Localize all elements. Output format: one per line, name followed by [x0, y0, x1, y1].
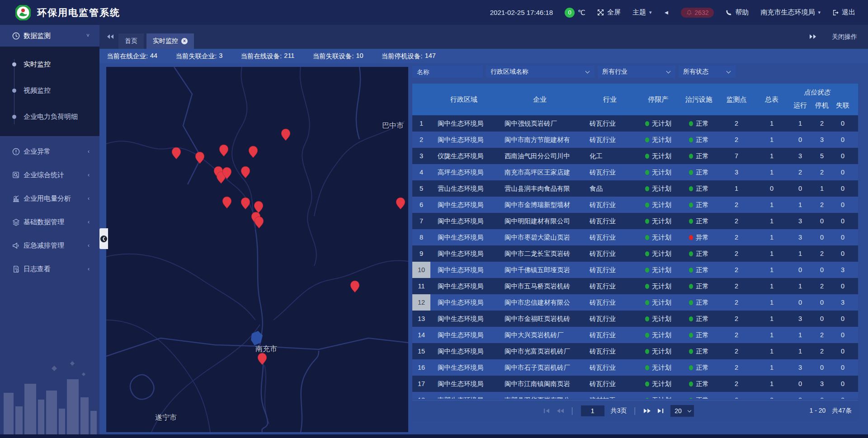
table-row[interactable]: 11 阆中生态环境局 阆中市五马桥页岩机砖 砖瓦行业 无计划 正常 2 1 1 … — [412, 278, 858, 294]
table-row[interactable]: 3 仪陇生态环境局 西南油气田分公司川中 化工 无计划 正常 7 1 3 5 0 — [412, 148, 858, 164]
row-run: 1 — [789, 115, 811, 132]
sidebar-item-electricity-analysis[interactable]: 企业用电量分析 ‹ — [0, 187, 99, 210]
map-pin[interactable] — [241, 166, 250, 179]
table-row[interactable]: 10 阆中生态环境局 阆中千佛镇五郎垭页岩 砖瓦行业 无计划 正常 2 1 0 … — [412, 262, 858, 278]
help-button[interactable]: 帮助 — [726, 8, 749, 17]
map-collapse-button[interactable]: ❮ — [99, 228, 108, 249]
row-run: 0 — [789, 132, 811, 148]
bell-icon — [686, 9, 692, 16]
tab-realtime-monitoring[interactable]: 实时监控 × — [146, 33, 194, 49]
sidebar-item-log-view[interactable]: 日志查看 ‹ — [0, 257, 99, 281]
row-run: 1 — [789, 327, 811, 343]
row-stop-limit: 无计划 — [637, 311, 679, 327]
row-lost: 3 — [833, 262, 853, 278]
table-row[interactable]: 16 阆中生态环境局 阆中市石子页岩机砖厂 砖瓦行业 无计划 正常 2 1 3 … — [412, 359, 858, 376]
close-operations-button[interactable]: 关闭操作 — [832, 33, 857, 41]
sidebar-item-enterprise-statistics[interactable]: 企业综合统计 ‹ — [0, 163, 99, 187]
first-page-button[interactable] — [543, 408, 550, 414]
row-company: 阆中市金博瑞新型墙材 — [497, 197, 582, 213]
row-stop: 2 — [811, 327, 833, 343]
table-row[interactable]: 1 阆中生态环境局 阆中强锐页岩砖厂 砖瓦行业 无计划 正常 2 1 1 2 0 — [412, 115, 858, 132]
tab-home[interactable]: 首页 — [118, 33, 144, 49]
map-pin[interactable] — [257, 353, 267, 365]
sidebar-item-data-monitoring[interactable]: 数据监测 ˅ — [0, 25, 99, 47]
enterprise-panel: 行政区域名称 所有行业 所有状态 行政区域 企业 行业 停限产 治污设施 监测点… — [412, 66, 863, 421]
map-pin[interactable] — [281, 128, 291, 141]
theme-dropdown[interactable]: 主题▾ — [632, 8, 652, 17]
map-pin[interactable] — [241, 197, 250, 210]
table-row[interactable]: 5 营山生态环境局 营山县润丰肉食品有限 食品 无计划 正常 1 0 0 1 0 — [412, 180, 858, 197]
map-pin[interactable] — [222, 196, 232, 209]
prev-page-button[interactable] — [557, 408, 564, 414]
table-row[interactable]: 17 阆中生态环境局 阆中市江南镇阆南页岩 砖瓦行业 无计划 正常 2 1 0 … — [412, 376, 858, 392]
table-row[interactable]: 2 阆中生态环境局 阆中市南方节能建材有 砖瓦行业 无计划 正常 2 1 0 3… — [412, 132, 858, 148]
map-pin[interactable] — [219, 144, 229, 157]
map-pin[interactable] — [248, 146, 258, 158]
org-dropdown[interactable]: 南充市生态环境局▾ — [760, 8, 821, 17]
industry-filter-select[interactable]: 所有行业 — [598, 66, 675, 78]
row-monitor-points: 2 — [719, 245, 754, 262]
map-pin[interactable] — [396, 197, 406, 210]
table-row[interactable]: 13 阆中生态环境局 阆中市金福旺页岩机砖 砖瓦行业 无计划 正常 2 1 3 … — [412, 311, 858, 327]
sidebar-item-enterprise-abnormal[interactable]: 企业异常 ‹ — [0, 140, 99, 163]
name-filter-input[interactable] — [412, 66, 483, 78]
map-pin[interactable] — [254, 216, 264, 229]
fullscreen-button[interactable]: 全屏 — [597, 8, 621, 17]
sidebar-item-power-load-detail[interactable]: 企业电力负荷明细 — [0, 104, 99, 130]
status-filter-select[interactable]: 所有状态 — [679, 66, 736, 78]
table-row[interactable]: 8 阆中生态环境局 阆中市枣碧大梁山页岩 砖瓦行业 无计划 异常 2 1 3 0… — [412, 229, 858, 245]
sidebar-item-base-data[interactable]: 基础数据管理 ‹ — [0, 210, 99, 234]
table-row[interactable]: 4 高坪生态环境局 南充市高坪区王家店建 砖瓦行业 无计划 正常 3 1 2 2… — [412, 164, 858, 180]
row-company: 阆中市二龙长宝页岩砖 — [497, 245, 582, 262]
mute-speaker-icon[interactable]: ◄ — [663, 9, 669, 16]
map-pin[interactable] — [350, 280, 360, 293]
last-page-button[interactable] — [657, 408, 664, 414]
row-run: 1 — [789, 197, 811, 213]
col-stop-limit: 停限产 — [637, 84, 679, 115]
col-company: 企业 — [497, 84, 582, 115]
row-monitor-points: 2 — [719, 132, 754, 148]
status-dot — [689, 137, 693, 142]
sidebar-item-realtime-monitoring[interactable]: 实时监控 — [0, 51, 99, 77]
map-pin[interactable] — [222, 167, 232, 179]
row-stop-limit: 无计划 — [637, 262, 679, 278]
row-total-meter: 1 — [754, 132, 789, 148]
notification-badge[interactable]: 2632 — [681, 8, 714, 18]
table-row[interactable]: 6 阆中生态环境局 阆中市金博瑞新型墙材 砖瓦行业 无计划 正常 2 1 1 2… — [412, 197, 858, 213]
row-lost: 0 — [833, 327, 853, 343]
map-pin[interactable] — [171, 147, 181, 160]
table-row[interactable]: 12 阆中生态环境局 阆中市忠信建材有限公 砖瓦行业 无计划 正常 2 1 0 … — [412, 294, 858, 311]
table-row[interactable]: 14 阆中生态环境局 阆中大兴页岩机砖厂 砖瓦行业 无计划 正常 2 1 1 2… — [412, 327, 858, 343]
row-monitor-points: 2 — [719, 343, 754, 359]
tabs-scroll-left-button[interactable] — [107, 33, 114, 41]
sidebar-item-emergency-reduction[interactable]: 应急减排管理 ‹ — [0, 234, 99, 257]
tabs-scroll-right-button[interactable] — [809, 33, 816, 41]
row-industry: 化工 — [582, 148, 637, 164]
status-dot — [645, 219, 649, 224]
page-number-input[interactable] — [581, 405, 604, 416]
fullscreen-icon — [597, 9, 604, 16]
table-row[interactable]: 18 南部生态环境局 南部县双华页岩有限公 建材加工 无计划 正常 6 0 0 … — [412, 392, 858, 399]
next-page-button[interactable] — [643, 408, 651, 414]
map-panel[interactable]: 巴中市南充市遂宁市 — [106, 67, 408, 432]
chevron-down-icon: ˅ — [86, 33, 90, 39]
page-size-select[interactable]: 20 — [670, 405, 694, 417]
row-industry: 砖瓦行业 — [582, 213, 637, 229]
row-stop-limit: 无计划 — [637, 294, 679, 311]
close-icon[interactable]: × — [181, 38, 188, 44]
row-monitor-points: 2 — [719, 294, 754, 311]
row-stop: 0 — [811, 262, 833, 278]
sidebar-item-video-monitoring[interactable]: 视频监控 — [0, 77, 99, 104]
map-city-label: 遂宁市 — [155, 413, 177, 423]
map-pin[interactable] — [195, 151, 205, 164]
table-row[interactable]: 15 阆中生态环境局 阆中市光富页岩机砖厂 砖瓦行业 无计划 正常 2 1 1 … — [412, 343, 858, 359]
table-row[interactable]: 9 阆中生态环境局 阆中市二龙长宝页岩砖 砖瓦行业 无计划 正常 2 1 1 2… — [412, 245, 858, 262]
row-run: 1 — [789, 245, 811, 262]
row-run: 3 — [789, 311, 811, 327]
logout-button[interactable]: 退出 — [832, 8, 855, 17]
row-monitor-points: 2 — [719, 213, 754, 229]
row-treatment: 正常 — [679, 197, 719, 213]
status-dot — [689, 235, 693, 240]
region-filter-select[interactable]: 行政区域名称 — [486, 66, 594, 78]
table-row[interactable]: 7 阆中生态环境局 阆中明阳建材有限公司 砖瓦行业 无计划 正常 2 1 3 0… — [412, 213, 858, 229]
